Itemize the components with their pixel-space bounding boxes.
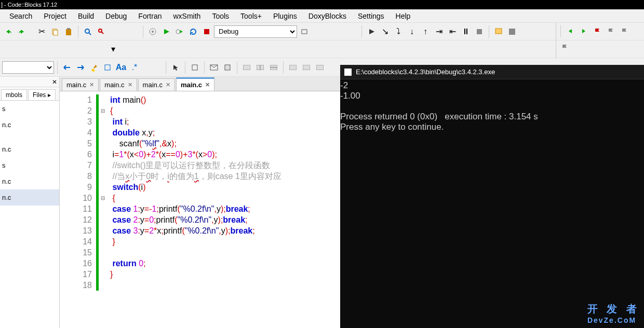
flag-gray3-icon[interactable]: [558, 41, 571, 53]
cut-icon[interactable]: ✂: [35, 25, 48, 38]
file-tab[interactable]: main.c✕: [62, 78, 99, 91]
file-tab[interactable]: main.c✕: [176, 77, 214, 91]
step-instr-icon[interactable]: ⇤: [446, 25, 459, 38]
menu-project[interactable]: Project: [39, 12, 71, 20]
svg-rect-16: [105, 65, 110, 70]
step-into-icon[interactable]: ↓: [406, 25, 418, 38]
svg-rect-24: [270, 67, 277, 70]
menu-wxsmith[interactable]: wxSmith: [169, 12, 205, 20]
next-line-icon[interactable]: ⤵: [392, 25, 405, 38]
copy-icon[interactable]: [49, 25, 61, 38]
file-tab[interactable]: main.c✕: [100, 78, 137, 91]
fold-toggle[interactable]: ⊟: [99, 193, 107, 203]
menu-search[interactable]: Search: [5, 12, 36, 20]
rebuild-icon[interactable]: [187, 25, 199, 38]
console-titlebar[interactable]: E:\codeblocks\c3.4.2.3\bin\Debug\c3.4.2.…: [340, 65, 644, 79]
right-toolbar: [556, 23, 644, 58]
select-icon[interactable]: [101, 61, 114, 74]
nav-fwd-icon[interactable]: [74, 61, 87, 74]
sidebar-item[interactable]: n.c: [0, 173, 59, 189]
menu-fortran[interactable]: Fortran: [134, 12, 166, 20]
prev-bookmark-icon[interactable]: [564, 25, 576, 37]
mail-icon[interactable]: [208, 61, 220, 74]
frame-icon[interactable]: [189, 61, 201, 74]
paste-icon[interactable]: [62, 25, 75, 38]
menu-doxyblocks[interactable]: DoxyBlocks: [304, 12, 351, 20]
sidebar-item[interactable]: n.c: [0, 141, 59, 157]
sidebar-item[interactable]: s: [0, 157, 59, 173]
break-icon[interactable]: ⏸: [460, 25, 472, 38]
build-icon[interactable]: [146, 25, 159, 38]
find-icon[interactable]: [82, 25, 94, 38]
sidebar-item[interactable]: n.c: [0, 189, 59, 206]
close-icon[interactable]: ✕: [52, 78, 57, 86]
scope-combo[interactable]: [2, 61, 54, 74]
fold-toggle[interactable]: ⊟: [99, 105, 107, 116]
info-icon[interactable]: [506, 25, 518, 38]
menu-plugins[interactable]: Plugins: [269, 12, 301, 20]
fold-toggle: [99, 149, 107, 160]
debug-windows-icon[interactable]: [492, 25, 505, 38]
sidebar-item[interactable]: s: [0, 101, 59, 117]
svg-rect-11: [204, 29, 209, 34]
svg-line-5: [89, 33, 91, 35]
redo-icon[interactable]: [16, 25, 28, 38]
fold-toggle: [99, 269, 107, 280]
fold-toggle: [99, 247, 107, 258]
chevron-down-icon[interactable]: ▾: [107, 43, 119, 56]
cursor-icon[interactable]: [169, 61, 182, 74]
next-instr-icon[interactable]: ⇥: [433, 25, 445, 38]
svg-rect-19: [225, 65, 230, 70]
undo-icon[interactable]: [2, 25, 15, 38]
build-run-icon[interactable]: [173, 25, 186, 38]
menu-settings[interactable]: Settings: [354, 12, 388, 20]
menu-debug[interactable]: Debug: [101, 12, 131, 20]
fold-toggle: [99, 171, 107, 182]
layout3-icon[interactable]: [267, 61, 280, 74]
next-bookmark-icon[interactable]: [578, 25, 590, 37]
layout5-icon[interactable]: [300, 61, 313, 74]
fold-toggle: [99, 182, 107, 193]
menu-tools+[interactable]: Tools+: [236, 12, 266, 20]
layout4-icon[interactable]: [287, 61, 299, 74]
flag-gray2-icon[interactable]: [618, 25, 630, 37]
step-out-icon[interactable]: ↑: [419, 25, 432, 38]
panel-icon[interactable]: [221, 61, 234, 74]
menu-tools[interactable]: Tools: [208, 12, 233, 20]
run-icon[interactable]: [160, 25, 172, 38]
flag-gray-icon[interactable]: [605, 25, 617, 37]
file-tab-label: main.c: [104, 81, 124, 89]
match-case-icon[interactable]: Aa: [115, 61, 127, 74]
layout6-icon[interactable]: [314, 61, 326, 74]
debug-start-icon[interactable]: [365, 25, 378, 38]
target-settings-icon[interactable]: [298, 25, 311, 38]
sidebar-tab-files[interactable]: Files ▸: [28, 89, 56, 100]
svg-rect-2: [66, 29, 71, 35]
close-icon[interactable]: ✕: [205, 81, 210, 88]
console-icon: [344, 69, 352, 76]
close-icon[interactable]: ✕: [128, 81, 132, 88]
highlight-icon[interactable]: [88, 61, 100, 74]
abort-icon[interactable]: [200, 25, 213, 38]
build-target-combo[interactable]: Debug: [214, 25, 297, 38]
layout2-icon[interactable]: [254, 61, 266, 74]
fold-toggle: [99, 280, 107, 291]
layout1-icon[interactable]: [240, 61, 253, 74]
regex-icon[interactable]: .*: [128, 61, 141, 74]
menu-build[interactable]: Build: [74, 12, 98, 20]
sidebar-item[interactable]: n.c: [0, 117, 59, 133]
close-icon[interactable]: ✕: [166, 81, 170, 88]
sidebar-tab-symbols[interactable]: mbols: [1, 89, 27, 100]
sidebar-tabs: mbols Files ▸: [0, 87, 59, 101]
stop-debug-icon[interactable]: [473, 25, 486, 38]
replace-icon[interactable]: [95, 25, 108, 38]
sidebar-item[interactable]: [0, 133, 59, 141]
flag-red-icon[interactable]: [591, 25, 603, 37]
fold-toggle: [99, 94, 107, 105]
svg-rect-27: [316, 65, 324, 70]
nav-back-icon[interactable]: [61, 61, 73, 74]
close-icon[interactable]: ✕: [89, 81, 94, 88]
run-to-cursor-icon[interactable]: ↘: [379, 25, 391, 38]
menu-help[interactable]: Help: [392, 12, 415, 20]
file-tab[interactable]: main.c✕: [138, 78, 175, 91]
